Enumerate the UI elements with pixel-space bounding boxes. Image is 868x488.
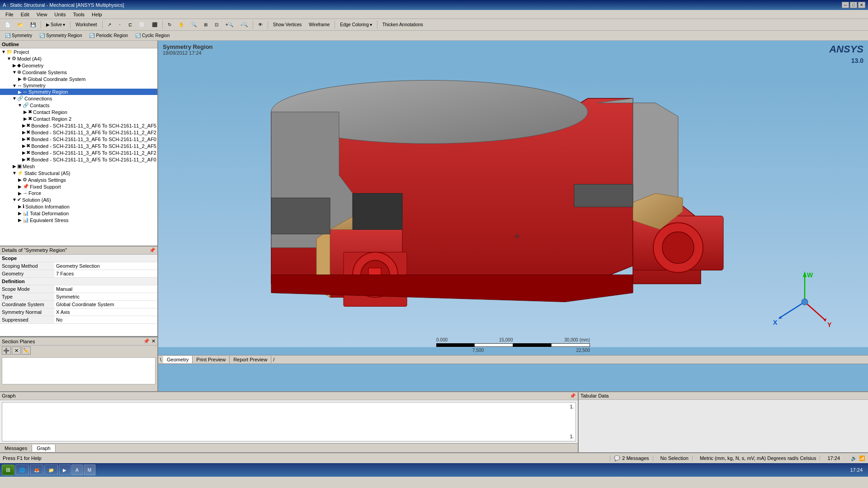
tree-item-analysis-settings[interactable]: ▶⚙Analysis Settings	[0, 176, 157, 183]
tree-expand-icon[interactable]: ▶	[17, 191, 23, 196]
select-vertex-button[interactable]: ⬝	[115, 20, 124, 30]
tab-report-preview[interactable]: Report Preview	[230, 356, 271, 363]
tree-expand-icon[interactable]: ▶	[17, 211, 23, 216]
tree-item-contact-region[interactable]: ▶✖Contact Region	[0, 109, 157, 115]
tree-expand-icon[interactable]: ▶	[17, 177, 23, 182]
tree-item-solution-info[interactable]: ▶ℹSolution Information	[0, 203, 157, 210]
open-button[interactable]: 📂	[14, 20, 26, 30]
zoom-in-button[interactable]: +🔍	[222, 20, 237, 30]
tree-expand-icon[interactable]: ▶	[17, 76, 23, 81]
save-button[interactable]: 💾	[27, 20, 39, 30]
tree-expand-icon[interactable]: ▶	[21, 143, 26, 148]
section-planes-close-icon[interactable]: ✕	[151, 338, 156, 344]
tree-expand-icon[interactable]: ▶	[12, 164, 17, 169]
zoom-box-button[interactable]: ⊞	[201, 20, 211, 30]
fit-button[interactable]: ⊡	[212, 20, 222, 30]
symmetry-region-ctx-button[interactable]: 🔃 Symmetry Region	[36, 32, 85, 40]
tree-expand-icon[interactable]: ▶	[21, 130, 26, 135]
tree-expand-icon[interactable]: ▼	[12, 70, 17, 75]
close-button[interactable]: ✕	[858, 2, 865, 8]
tree-item-equivalent-stress[interactable]: ▶📊Equivalent Stress	[0, 217, 157, 223]
look-at-button[interactable]: 👁	[255, 20, 266, 30]
tree-expand-icon[interactable]: ▶	[21, 150, 26, 155]
tab-graph[interactable]: Graph	[32, 445, 56, 452]
minimize-button[interactable]: ─	[842, 2, 849, 8]
select-edge-button[interactable]: ⊏	[125, 20, 135, 30]
tree-item-coord-systems[interactable]: ▼⊕Coordinate Systems	[0, 69, 157, 76]
taskbar-ie[interactable]: 🌐	[15, 464, 29, 475]
show-vertices-button[interactable]: Show Vertices	[270, 20, 305, 30]
rotate-button[interactable]: ↻	[165, 20, 175, 30]
section-plane-options-button[interactable]: ✏️	[22, 346, 31, 355]
menu-edit[interactable]: Edit	[17, 11, 33, 18]
tree-expand-icon[interactable]: ▶	[23, 116, 28, 121]
tree-item-force[interactable]: ▶→Force	[0, 190, 157, 196]
tree-item-geometry[interactable]: ▶◆Geometry	[0, 62, 157, 69]
tree-item-bonded-1[interactable]: ▶✖Bonded - SCH-2161-11_3_AF6 To SCH-2161…	[0, 122, 157, 129]
taskbar-media[interactable]: ▶	[59, 464, 71, 475]
select-mode-button[interactable]: ↗	[104, 20, 114, 30]
maximize-button[interactable]: □	[850, 2, 857, 8]
tree-item-bonded-6[interactable]: ▶✖Bonded - SCH-2161-11_3_AF5 To SCH-2161…	[0, 156, 157, 163]
tree-item-symmetry[interactable]: ▼↔Symmetry	[0, 82, 157, 89]
taskbar-firefox[interactable]: 🦊	[30, 464, 43, 475]
tree-item-contacts[interactable]: ▼🔗Contacts	[0, 102, 157, 109]
tree-expand-icon[interactable]: ▼	[12, 83, 17, 88]
delete-section-plane-button[interactable]: ✕	[12, 346, 21, 355]
tree-expand-icon[interactable]: ▶	[17, 184, 23, 189]
tree-expand-icon[interactable]: ▶	[21, 137, 26, 142]
tree-expand-icon[interactable]: ▶	[21, 157, 26, 162]
tree-expand-icon[interactable]: ▼	[6, 56, 12, 61]
tree-item-model-a4[interactable]: ▼⚙Model (A4)	[0, 55, 157, 62]
tree-expand-icon[interactable]: ▼	[1, 49, 6, 54]
tree-item-solution-a6[interactable]: ▼✔Solution (A6)	[0, 196, 157, 203]
tab-print-preview[interactable]: Print Preview	[193, 356, 230, 363]
section-planes-pin-icon[interactable]: 📌	[143, 338, 150, 344]
tree-item-bonded-5[interactable]: ▶✖Bonded - SCH-2161-11_3_AF5 To SCH-2161…	[0, 149, 157, 156]
menu-tools[interactable]: Tools	[69, 11, 88, 18]
tab-messages[interactable]: Messages	[0, 445, 32, 452]
tree-item-symmetry-region[interactable]: ▶↔Symmetry Region	[0, 89, 157, 95]
tree-item-global-coord[interactable]: ▶⊕Global Coordinate System	[0, 76, 157, 82]
tree-item-project[interactable]: ▼📁Project	[0, 48, 157, 55]
tree-expand-icon[interactable]: ▼	[12, 197, 17, 202]
worksheet-button[interactable]: Worksheet	[72, 20, 100, 30]
zoom-button[interactable]: 🔍	[188, 20, 200, 30]
start-button[interactable]: ⊞	[2, 464, 14, 475]
tree-expand-icon[interactable]: ▶	[17, 218, 23, 223]
tree-expand-icon[interactable]: ▼	[12, 171, 17, 175]
tree-item-mesh[interactable]: ▶▣Mesh	[0, 163, 157, 170]
menu-file[interactable]: File	[2, 11, 17, 18]
model-viewport-svg[interactable]: W X Y	[158, 68, 868, 355]
tree-expand-icon[interactable]: ▼	[12, 96, 17, 101]
graph-pin-icon[interactable]: 📌	[570, 393, 576, 399]
tab-geometry[interactable]: Geometry	[163, 356, 193, 363]
add-section-plane-button[interactable]: ➕	[2, 346, 11, 355]
tree-item-bonded-3[interactable]: ▶✖Bonded - SCH-2161-11_3_AF6 To SCH-2161…	[0, 136, 157, 142]
tree-item-contact-region-2[interactable]: ▶✖Contact Region 2	[0, 115, 157, 122]
taskbar-folder[interactable]: 📁	[44, 464, 58, 475]
pan-button[interactable]: ✋	[175, 20, 187, 30]
select-face-button[interactable]: ⬜	[136, 20, 148, 30]
edge-coloring-button[interactable]: Edge Coloring ▾	[337, 20, 375, 30]
cyclic-region-ctx-button[interactable]: 🔃 Cyclic Region	[132, 32, 173, 40]
zoom-out-button[interactable]: -🔍	[237, 20, 250, 30]
solve-button[interactable]: ▶ Solve ▾	[43, 20, 68, 30]
tree-item-connections[interactable]: ▼🔗Connections	[0, 95, 157, 102]
tree-expand-icon[interactable]: ▶	[21, 123, 26, 128]
menu-view[interactable]: View	[33, 11, 51, 18]
menu-help[interactable]: Help	[88, 11, 106, 18]
taskbar-mechanical[interactable]: M	[84, 464, 95, 475]
tree-item-bonded-2[interactable]: ▶✖Bonded - SCH-2161-11_3_AF6 To SCH-2161…	[0, 129, 157, 136]
tree-expand-icon[interactable]: ▶	[23, 109, 28, 114]
tree-item-total-deformation[interactable]: ▶📊Total Deformation	[0, 210, 157, 217]
tree-expand-icon[interactable]: ▼	[17, 103, 23, 108]
details-pin-icon[interactable]: 📌	[149, 247, 156, 253]
wireframe-button[interactable]: Wireframe	[306, 20, 333, 30]
thicken-annotations-button[interactable]: Thicken Annotations	[379, 20, 426, 30]
tree-item-bonded-4[interactable]: ▶✖Bonded - SCH-2161-11_3_AF5 To SCH-2161…	[0, 142, 157, 149]
tree-expand-icon[interactable]: ▶	[12, 63, 17, 68]
symmetry-ctx-button[interactable]: 🔃 Symmetry	[2, 32, 35, 40]
tree-expand-icon[interactable]: ▶	[17, 90, 23, 95]
tree-expand-icon[interactable]: ▶	[17, 204, 23, 209]
